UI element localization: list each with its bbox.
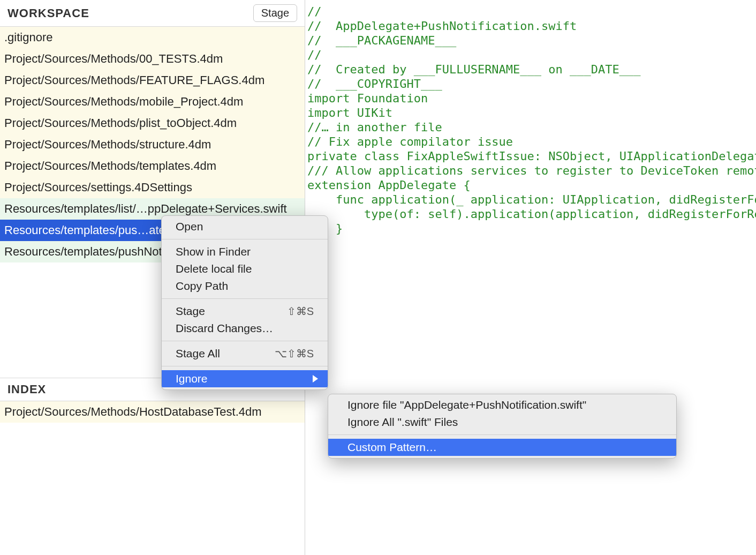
menu-separator xyxy=(162,298,328,299)
code-line: } xyxy=(307,221,754,236)
menu-stage-all[interactable]: Stage All ⌥⇧⌘S xyxy=(162,345,328,362)
shortcut-label: ⇧⌘S xyxy=(287,305,314,318)
file-item[interactable]: Project/Sources/Methods/HostDatabaseTest… xyxy=(0,401,305,423)
file-item[interactable]: Project/Sources/Methods/FEATURE_FLAGS.4d… xyxy=(0,70,305,91)
file-item[interactable]: Project/Sources/Methods/plist_toObject.4… xyxy=(0,112,305,134)
menu-copy-path[interactable]: Copy Path xyxy=(162,278,328,295)
ignore-submenu: Ignore file "AppDelegate+PushNotificatio… xyxy=(328,394,677,459)
code-line: // Created by ___FULLUSERNAME___ on ___D… xyxy=(307,62,754,77)
shortcut-label: ⌥⇧⌘S xyxy=(275,347,314,360)
file-item[interactable]: Project/Sources/settings.4DSettings xyxy=(0,177,305,198)
menu-separator xyxy=(162,366,328,366)
context-menu: Open Show in Finder Delete local file Co… xyxy=(161,215,328,390)
file-item[interactable]: Project/Sources/Methods/structure.4dm xyxy=(0,134,305,155)
file-item[interactable]: Project/Sources/Methods/templates.4dm xyxy=(0,155,305,177)
menu-stage[interactable]: Stage ⇧⌘S xyxy=(162,303,328,320)
code-line: // AppDelegate+PushNotification.swift xyxy=(307,19,754,33)
code-line: // ___PACKAGENAME___ xyxy=(307,33,754,48)
menu-separator xyxy=(162,341,328,341)
code-line: private class FixAppleSwiftIssue: NSObje… xyxy=(307,149,754,163)
code-line: import Foundation xyxy=(307,91,754,106)
code-line: //… in another file xyxy=(307,120,754,134)
code-line: // Fix apple compilator issue xyxy=(307,134,754,149)
code-panel: // // AppDelegate+PushNotification.swift… xyxy=(305,0,756,555)
menu-separator xyxy=(328,434,676,435)
code-line: import UIKit xyxy=(307,106,754,120)
workspace-header: WORKSPACE Stage xyxy=(0,0,305,27)
stage-button[interactable]: Stage xyxy=(253,4,297,22)
code-line: /// Allow applications services to regis… xyxy=(307,163,754,178)
code-line: // xyxy=(307,4,754,19)
code-line: type(of: self).application(application, … xyxy=(307,207,754,221)
code-line: extension AppDelegate { xyxy=(307,178,754,192)
menu-show-finder[interactable]: Show in Finder xyxy=(162,243,328,260)
code-line: // ___COPYRIGHT___ xyxy=(307,77,754,91)
menu-discard[interactable]: Discard Changes… xyxy=(162,320,328,337)
menu-open[interactable]: Open xyxy=(162,218,328,235)
index-file-list: Project/Sources/Methods/HostDatabaseTest… xyxy=(0,401,305,423)
menu-delete-local[interactable]: Delete local file xyxy=(162,260,328,278)
file-item[interactable]: Project/Sources/Methods/mobile_Project.4… xyxy=(0,91,305,112)
code-line: func application(_ application: UIApplic… xyxy=(307,192,754,207)
submenu-ignore-all[interactable]: Ignore All ".swift" Files xyxy=(328,414,676,431)
menu-separator xyxy=(162,239,328,239)
workspace-title: WORKSPACE xyxy=(7,6,89,20)
submenu-arrow-icon xyxy=(313,375,318,382)
submenu-ignore-file[interactable]: Ignore file "AppDelegate+PushNotificatio… xyxy=(328,396,676,414)
code-line: // xyxy=(307,48,754,62)
file-item[interactable]: Project/Sources/Methods/00_TESTS.4dm xyxy=(0,48,305,70)
submenu-custom-pattern[interactable]: Custom Pattern… xyxy=(328,439,676,456)
menu-ignore[interactable]: Ignore xyxy=(162,370,328,387)
file-item[interactable]: .gitignore xyxy=(0,27,305,48)
